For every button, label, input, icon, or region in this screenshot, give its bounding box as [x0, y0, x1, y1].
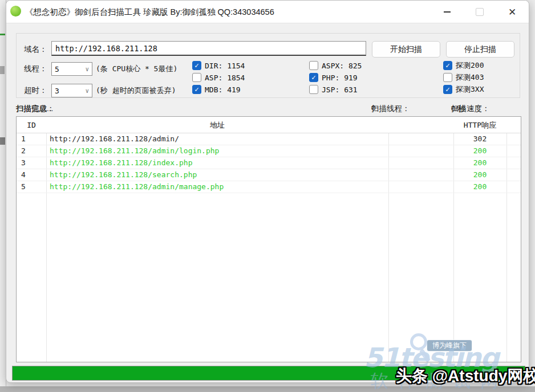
scan-settings-group: 域名： 开始扫描 停止扫描 线程： 5 ∨ (条 CPU核心 * 5最佳) 超时…	[16, 33, 520, 98]
row-id: 5	[21, 181, 26, 193]
background-fragment	[0, 137, 5, 145]
table-row[interactable]: 1http://192.168.211.128/admin/302	[17, 133, 521, 145]
checkbox[interactable]: ✓	[192, 61, 201, 70]
table-row[interactable]: 5http://192.168.211.128/admin/manage.php…	[17, 181, 521, 193]
checkbox[interactable]	[443, 73, 452, 82]
table-row[interactable]: 2http://192.168.211.128/admin/login.php2…	[17, 145, 521, 157]
start-scan-button[interactable]: 开始扫描	[372, 41, 440, 58]
close-icon: ✕	[508, 6, 516, 18]
row-id: 3	[21, 157, 26, 169]
title-bar: 《想念初恋》御剑后台扫描工具 珍藏版 By:御剑孤独 QQ:343034656 …	[6, 1, 529, 23]
checkbox[interactable]	[309, 61, 318, 70]
row-status: 302	[453, 133, 506, 145]
timeout-value: 3	[55, 87, 59, 95]
row-status: 200	[453, 169, 506, 181]
checkbox[interactable]	[192, 73, 201, 82]
header-http-response[interactable]: HTTP响应	[453, 117, 506, 133]
checkbox-item[interactable]: JSP: 631	[309, 84, 362, 95]
results-table: ID 地址 HTTP响应 1http://192.168.211.128/adm…	[16, 116, 521, 362]
maximize-button[interactable]	[467, 1, 492, 23]
chevron-down-icon: ∨	[85, 66, 89, 73]
minimize-button[interactable]	[435, 1, 460, 23]
checkbox-item[interactable]: ✓MDB: 419	[192, 84, 245, 95]
checkbox-label: PHP: 919	[322, 74, 358, 82]
header-id[interactable]: ID	[17, 117, 46, 133]
domain-label: 域名：	[24, 44, 47, 55]
row-url: http://192.168.211.128/admin/login.php	[50, 145, 219, 157]
checkbox[interactable]: ✓	[443, 61, 452, 70]
domain-input[interactable]	[51, 41, 366, 56]
checkbox-label: JSP: 631	[322, 85, 358, 94]
row-status: 200	[453, 157, 506, 169]
row-url: http://192.168.211.128/admin/manage.php	[50, 181, 224, 193]
close-button[interactable]: ✕	[500, 1, 525, 23]
checkbox-label: 探测200	[456, 60, 484, 71]
probe-checkbox-group: ✓探测200探测403✓探测3XX	[443, 60, 484, 95]
checkbox-label: 探测403	[456, 72, 484, 83]
checkbox-label: DIR: 1154	[205, 62, 245, 70]
scan-progress-bar	[12, 366, 525, 381]
background-fragment	[0, 34, 5, 35]
type-checkbox-group: ASPX: 825✓PHP: 919JSP: 631	[309, 60, 362, 95]
row-id: 1	[21, 133, 26, 145]
checkbox-label: 探测3XX	[456, 84, 484, 95]
table-row[interactable]: 3http://192.168.211.128/index.php200	[17, 157, 521, 169]
app-window: 《想念初恋》御剑后台扫描工具 珍藏版 By:御剑孤独 QQ:343034656 …	[6, 0, 529, 383]
checkbox[interactable]: ✓	[443, 85, 452, 94]
background-bottom-strip	[0, 386, 535, 392]
checkbox-item[interactable]: ✓PHP: 919	[309, 72, 362, 83]
row-url: http://192.168.211.128/admin/	[50, 133, 179, 145]
threads-select[interactable]: 5 ∨	[51, 62, 92, 76]
checkbox-label: ASPX: 825	[322, 62, 362, 70]
table-header: ID 地址 HTTP响应	[17, 117, 521, 133]
window-title: 《想念初恋》御剑后台扫描工具 珍藏版 By:御剑孤独 QQ:343034656	[25, 7, 274, 18]
table-row[interactable]: 4http://192.168.211.128/search.php200	[17, 169, 521, 181]
row-id: 4	[21, 169, 26, 181]
checkbox[interactable]: ✓	[192, 85, 201, 94]
threads-value: 5	[55, 65, 59, 74]
client-area: 域名： 开始扫描 停止扫描 线程： 5 ∨ (条 CPU核心 * 5最佳) 超时…	[6, 23, 529, 383]
table-body: 1http://192.168.211.128/admin/3022http:/…	[17, 133, 521, 193]
timeout-label: 超时：	[24, 85, 47, 96]
background-fragment	[0, 66, 5, 74]
minimize-icon	[444, 11, 451, 13]
checkbox-item[interactable]: ASP: 1854	[192, 72, 245, 83]
row-url: http://192.168.211.128/search.php	[50, 169, 197, 181]
maximize-icon	[476, 8, 484, 16]
threads-label: 线程：	[24, 64, 47, 74]
checkbox[interactable]: ✓	[309, 73, 318, 82]
chevron-down-icon: ∨	[85, 87, 89, 95]
app-icon	[10, 6, 21, 17]
checkbox-item[interactable]: 探测403	[443, 72, 484, 83]
timeout-select[interactable]: 3 ∨	[51, 84, 92, 97]
row-status: 200	[453, 145, 506, 157]
row-status: 200	[453, 181, 506, 193]
checkbox-item[interactable]: ASPX: 825	[309, 60, 362, 71]
checkbox-label: MDB: 419	[205, 85, 241, 94]
screen: 《想念初恋》御剑后台扫描工具 珍藏版 By:御剑孤独 QQ:343034656 …	[0, 0, 535, 392]
checkbox-label: ASP: 1854	[205, 74, 245, 82]
stop-scan-button[interactable]: 停止扫描	[446, 41, 514, 58]
header-address[interactable]: 地址	[46, 117, 388, 133]
row-url: http://192.168.211.128/index.php	[50, 157, 192, 169]
timeout-hint: (秒 超时的页面被丢弃)	[96, 85, 176, 96]
checkbox-item[interactable]: ✓DIR: 1154	[192, 60, 245, 71]
checkbox-item[interactable]: ✓探测3XX	[443, 84, 484, 95]
checkbox[interactable]	[309, 85, 318, 94]
scan-status-row: 扫描信息： 扫描完成... 扫描线程： 0 扫描速度： 0/秒	[6, 104, 529, 114]
checkbox-item[interactable]: ✓探测200	[443, 60, 484, 71]
dict-checkbox-group: ✓DIR: 1154ASP: 1854✓MDB: 419	[192, 60, 245, 95]
threads-hint: (条 CPU核心 * 5最佳)	[96, 64, 177, 74]
row-id: 2	[21, 145, 26, 157]
